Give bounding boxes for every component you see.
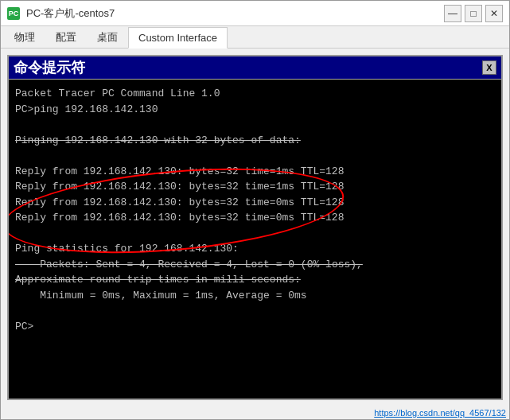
title-bar: PC PC-客户机-centos7 — □ ✕ (1, 1, 509, 26)
reply-line-3: Reply from 192.168.142.130: bytes=32 tim… (15, 196, 344, 208)
line-1: Packet Tracer PC Command Line 1.0 (15, 88, 220, 99)
menu-item-physics[interactable]: 物理 (4, 26, 45, 48)
main-window: PC PC-客户机-centos7 — □ ✕ 物理 配置 桌面 Custom … (0, 0, 510, 420)
window-title: PC-客户机-centos7 (26, 6, 438, 21)
bottom-link: https://blog.csdn.net/qq_4567/132 (1, 406, 509, 419)
stats-line-3: Approximate round trip times in milli-se… (15, 274, 301, 286)
maximize-button[interactable]: □ (465, 5, 482, 22)
terminal-output: Packet Tracer PC Command Line 1.0 PC>pin… (15, 86, 495, 334)
prompt-line: PC> (15, 321, 33, 332)
reply-line-1: Reply from 192.168.142.130: bytes=32 tim… (15, 165, 344, 177)
menu-bar: 物理 配置 桌面 Custom Interface (1, 26, 509, 49)
stats-line-4: Minimum = 0ms, Maximum = 1ms, Average = … (15, 290, 307, 301)
line-2: PC>ping 192.168.142.130 (15, 103, 158, 115)
stats-line-1: Ping statistics for 192.168.142.130: (15, 243, 239, 255)
link-text[interactable]: https://blog.csdn.net/qq_4567/132 (374, 408, 506, 418)
menu-item-desktop[interactable]: 桌面 (87, 26, 128, 48)
terminal-window: 命令提示符 X Packet Tracer PC Command Line 1.… (7, 55, 503, 400)
window-icon: PC (7, 7, 20, 20)
close-button[interactable]: ✕ (485, 5, 503, 22)
terminal-body[interactable]: Packet Tracer PC Command Line 1.0 PC>pin… (9, 80, 501, 399)
content-area: 命令提示符 X Packet Tracer PC Command Line 1.… (1, 49, 509, 406)
menu-item-config[interactable]: 配置 (45, 26, 87, 48)
line-4: Pinging 192.168.142.130 with 32 bytes of… (15, 134, 301, 146)
stats-line-2: Packets: Sent = 4, Received = 4, Lost = … (15, 259, 363, 270)
window-controls: — □ ✕ (444, 5, 503, 22)
terminal-title: 命令提示符 (14, 58, 85, 77)
menu-item-custom[interactable]: Custom Interface (128, 27, 228, 49)
minimize-button[interactable]: — (444, 5, 461, 22)
terminal-close-button[interactable]: X (482, 60, 496, 75)
reply-line-4: Reply from 192.168.142.130: bytes=32 tim… (15, 212, 344, 224)
terminal-header: 命令提示符 X (9, 56, 501, 80)
reply-line-2: Reply from 192.168.142.130: bytes=32 tim… (15, 181, 344, 192)
